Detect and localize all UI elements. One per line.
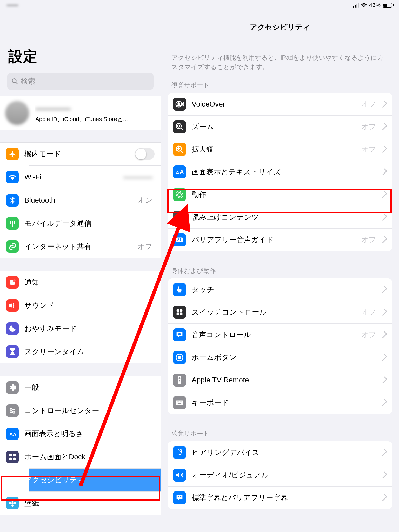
account-row[interactable]: ———— Apple ID、iCloud、iTunes Storeと...: [0, 96, 161, 130]
svg-rect-12: [9, 458, 12, 460]
svg-point-19: [9, 502, 11, 504]
chevron-right-icon: [380, 146, 387, 153]
svg-point-36: [180, 216, 181, 217]
account-name: ————: [35, 103, 155, 113]
voiceover-icon: [173, 98, 186, 111]
sidebar-item-label: Wi-Fi: [24, 173, 118, 181]
svg-rect-11: [13, 454, 16, 456]
search-icon: [11, 78, 18, 85]
chevron-right-icon: [380, 354, 387, 361]
svg-rect-39: [180, 309, 182, 312]
chevron-right-icon: [380, 236, 387, 243]
sidebar-item-label: おやすみモード: [24, 324, 155, 334]
sidebar-item-display[interactable]: AA画面表示と明るさ: [29, 422, 161, 445]
svg-rect-46: [179, 380, 180, 381]
setting-label: ホームボタン: [192, 353, 376, 362]
sidebar-item-dnd[interactable]: おやすみモード: [29, 317, 161, 340]
setting-row-textsize[interactable]: AA画面表示とテキストサイズ: [168, 161, 392, 183]
setting-row-voiceover[interactable]: VoiceOverオフ: [168, 93, 392, 115]
setting-row-homebtn[interactable]: ホームボタン: [168, 346, 392, 369]
gear-icon: [6, 381, 19, 394]
toggle-switch[interactable]: [135, 148, 155, 160]
setting-row-audiodesc[interactable]: バリアフリー音声ガイドオフ: [168, 228, 392, 251]
sidebar-item-notifications[interactable]: 通知: [0, 271, 161, 294]
bell-icon: [6, 276, 19, 289]
sidebar-item-label: 壁紙: [24, 498, 155, 508]
chevron-right-icon: [380, 101, 387, 108]
svg-rect-13: [13, 458, 16, 460]
touch-icon: [173, 283, 186, 296]
chevron-right-icon: [380, 377, 387, 384]
sidebar-item-general[interactable]: 一般: [0, 376, 161, 399]
settings-group: VoiceOverオフズームオフ拡大鏡オフAA画面表示とテキストサイズ動作読み上…: [168, 93, 392, 251]
sidebar-item-controlcenter[interactable]: コントロールセンター: [29, 399, 161, 422]
sidebar-item-home[interactable]: ホーム画面とDock: [29, 445, 161, 468]
setting-value: オフ: [361, 330, 376, 340]
svg-text:A: A: [179, 169, 184, 176]
setting-label: バリアフリー音声ガイド: [192, 235, 355, 245]
sidebar-item-wifi[interactable]: Wi-Fi————: [29, 165, 161, 189]
sidebar-item-cellular[interactable]: モバイルデータ通信: [29, 212, 161, 235]
svg-rect-53: [178, 403, 181, 404]
chevron-right-icon: [380, 494, 387, 501]
svg-text:A: A: [176, 170, 179, 175]
sidebar-item-label: コントロールセンター: [24, 406, 155, 416]
sidebar-item-hotspot[interactable]: インターネット共有オフ: [29, 235, 161, 258]
setting-row-captions[interactable]: 標準字幕とバリアフリー字幕: [168, 486, 392, 509]
setting-row-spoken[interactable]: 読み上げコンテンツ: [168, 206, 392, 228]
switch-icon: [173, 306, 186, 319]
setting-label: 標準字幕とバリアフリー字幕: [192, 493, 376, 503]
airplane-icon: [6, 148, 19, 160]
sidebar-item-label: ホーム画面とDock: [24, 452, 155, 462]
sidebar-item-screentime[interactable]: スクリーンタイム: [29, 340, 161, 363]
svg-line-29: [181, 150, 183, 153]
row-value: オン: [137, 195, 152, 205]
row-value: ————: [123, 173, 152, 181]
setting-row-keyboard[interactable]: キーボード: [168, 391, 392, 414]
chevron-right-icon: [380, 399, 387, 406]
sidebar-item-bluetooth[interactable]: Bluetoothオン: [29, 189, 161, 212]
settings-title: 設定: [0, 10, 161, 73]
wifi-icon: [6, 171, 19, 183]
setting-row-voice[interactable]: 音声コントロールオフ: [168, 323, 392, 346]
setting-row-touch[interactable]: タッチ: [168, 278, 392, 301]
sidebar-item-airplane[interactable]: 機内モード: [0, 143, 161, 165]
chevron-right-icon: [380, 191, 387, 198]
svg-rect-49: [177, 402, 178, 402]
setting-label: VoiceOver: [192, 100, 355, 108]
row-value: オフ: [137, 242, 152, 251]
svg-point-33: [178, 193, 181, 196]
svg-point-23: [176, 123, 181, 129]
sidebar-item-sound[interactable]: サウンド: [29, 294, 161, 317]
speech-icon: [173, 211, 186, 224]
sidebar-item-label: 通知: [24, 277, 155, 287]
moon-icon: [6, 322, 19, 335]
chevron-right-icon: [380, 286, 387, 293]
setting-value: オフ: [361, 235, 376, 245]
group-header: 身体および動作: [161, 263, 399, 278]
setting-row-appletv[interactable]: Apple TV Remote: [168, 369, 392, 391]
caption-icon: [173, 491, 186, 504]
setting-label: 画面表示とテキストサイズ: [192, 167, 376, 177]
setting-row-switch[interactable]: スイッチコントロールオフ: [168, 301, 392, 323]
setting-row-hearing[interactable]: ヒアリングデバイス: [168, 441, 392, 464]
setting-value: オフ: [361, 144, 376, 154]
setting-row-zoom[interactable]: ズームオフ: [168, 115, 392, 138]
svg-point-20: [14, 502, 16, 504]
svg-rect-51: [180, 402, 181, 402]
chevron-right-icon: [380, 449, 387, 456]
setting-row-motion[interactable]: 動作: [168, 183, 392, 206]
sidebar-item-accessibility[interactable]: アクセシビリティ: [29, 468, 161, 491]
sidebar-item-label: 一般: [24, 383, 155, 393]
svg-point-32: [176, 191, 183, 198]
bluetooth-icon: [6, 194, 19, 207]
sidebar-item-label: サウンド: [24, 301, 155, 310]
setting-label: ズーム: [192, 122, 355, 132]
setting-row-audioviz[interactable]: オーディオ/ビジュアル: [168, 464, 392, 486]
svg-point-22: [178, 103, 180, 104]
sidebar-section: 一般コントロールセンターAA画面表示と明るさホーム画面とDockアクセシビリティ…: [0, 376, 161, 515]
status-time: ——: [7, 2, 18, 9]
search-input[interactable]: 検索: [7, 73, 154, 90]
setting-row-magnifier[interactable]: 拡大鏡オフ: [168, 138, 392, 161]
sidebar-item-wallpaper[interactable]: 壁紙: [29, 491, 161, 515]
